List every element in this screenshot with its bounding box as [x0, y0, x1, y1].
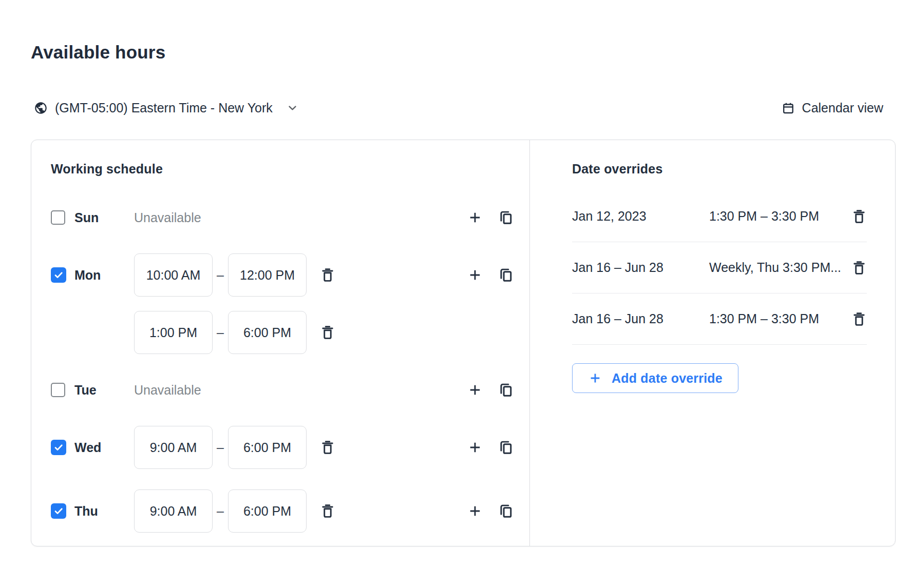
add-slot-button[interactable]: [467, 503, 483, 519]
day-row-wed: Wed –: [51, 426, 514, 469]
range-dash: –: [213, 440, 228, 455]
available-hours-page: Available hours (GMT-05:00) Eastern Time…: [0, 0, 912, 588]
end-time-input[interactable]: [228, 311, 307, 354]
start-time-input[interactable]: [134, 311, 213, 354]
day-row-mon: Mon – –: [51, 253, 514, 354]
day-label: Mon: [74, 253, 134, 297]
page-title: Available hours: [31, 42, 165, 63]
plus-icon: [588, 371, 602, 385]
unavailable-label: Unavailable: [134, 375, 467, 405]
override-date: Jan 12, 2023: [572, 209, 709, 224]
override-row: Jan 12, 2023 1:30 PM – 3:30 PM: [572, 191, 867, 242]
override-time: Weekly, Thu 3:30 PM...: [709, 260, 851, 275]
delete-slot-button[interactable]: [320, 440, 335, 455]
end-time-input[interactable]: [228, 426, 307, 469]
wed-checkbox[interactable]: [51, 440, 66, 455]
time-slot: –: [134, 311, 467, 354]
range-dash: –: [213, 325, 228, 340]
unavailable-label: Unavailable: [134, 202, 467, 233]
thu-checkbox[interactable]: [51, 503, 66, 519]
copy-times-button[interactable]: [498, 440, 514, 456]
copy-times-button[interactable]: [498, 267, 514, 283]
delete-override-button[interactable]: [851, 311, 867, 327]
timezone-selector[interactable]: (GMT-05:00) Eastern Time - New York: [34, 101, 299, 115]
day-label: Thu: [74, 489, 134, 533]
delete-override-button[interactable]: [851, 209, 867, 224]
add-slot-button[interactable]: [467, 382, 483, 398]
add-date-override-label: Add date override: [612, 371, 723, 386]
day-row-tue: Tue Unavailable: [51, 375, 514, 405]
delete-slot-button[interactable]: [320, 503, 335, 519]
date-overrides-section: Date overrides Jan 12, 2023 1:30 PM – 3:…: [530, 140, 895, 546]
calendar-icon: [782, 102, 795, 115]
add-slot-button[interactable]: [467, 210, 483, 225]
add-slot-button[interactable]: [467, 267, 483, 283]
range-dash: –: [213, 268, 228, 283]
date-overrides-heading: Date overrides: [572, 162, 867, 177]
working-schedule-heading: Working schedule: [51, 162, 529, 177]
time-slot: –: [134, 489, 467, 533]
delete-slot-button[interactable]: [320, 267, 335, 283]
copy-times-button[interactable]: [498, 503, 514, 519]
end-time-input[interactable]: [228, 489, 307, 533]
delete-override-button[interactable]: [851, 260, 867, 276]
time-slot: –: [134, 426, 467, 469]
start-time-input[interactable]: [134, 489, 213, 533]
end-time-input[interactable]: [228, 253, 307, 297]
availability-card: Working schedule Sun Unavailable Mon: [31, 140, 896, 546]
copy-times-button[interactable]: [498, 210, 514, 226]
override-row: Jan 16 – Jun 28 1:30 PM – 3:30 PM: [572, 293, 867, 345]
day-row-sun: Sun Unavailable: [51, 202, 514, 233]
working-schedule-section: Working schedule Sun Unavailable Mon: [31, 140, 529, 546]
override-time: 1:30 PM – 3:30 PM: [709, 311, 851, 326]
day-label: Tue: [74, 375, 134, 405]
toolbar: (GMT-05:00) Eastern Time - New York Cale…: [0, 101, 912, 115]
add-date-override-button[interactable]: Add date override: [572, 363, 738, 393]
day-label: Wed: [74, 426, 134, 469]
timezone-label: (GMT-05:00) Eastern Time - New York: [55, 101, 273, 115]
add-slot-button[interactable]: [467, 440, 483, 455]
mon-checkbox[interactable]: [51, 267, 66, 283]
chevron-down-icon: [286, 102, 299, 114]
start-time-input[interactable]: [134, 253, 213, 297]
override-date: Jan 16 – Jun 28: [572, 311, 709, 326]
override-row: Jan 16 – Jun 28 Weekly, Thu 3:30 PM...: [572, 242, 867, 293]
tue-checkbox[interactable]: [51, 383, 65, 397]
sun-checkbox[interactable]: [51, 210, 65, 225]
copy-times-button[interactable]: [498, 382, 514, 398]
start-time-input[interactable]: [134, 426, 213, 469]
delete-slot-button[interactable]: [320, 325, 335, 340]
globe-icon: [34, 101, 48, 115]
override-date: Jan 16 – Jun 28: [572, 260, 709, 275]
range-dash: –: [213, 504, 228, 519]
calendar-view-label: Calendar view: [802, 101, 883, 115]
override-time: 1:30 PM – 3:30 PM: [709, 209, 851, 224]
time-slot: –: [134, 253, 467, 297]
day-row-thu: Thu –: [51, 489, 514, 533]
day-label: Sun: [74, 202, 134, 233]
calendar-view-button[interactable]: Calendar view: [782, 101, 883, 115]
